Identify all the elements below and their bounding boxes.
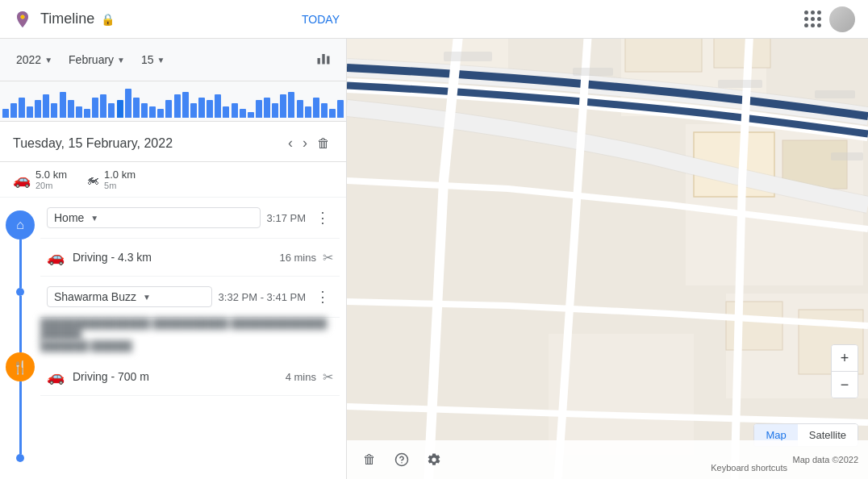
activity-bar-4[interactable] <box>35 85 42 118</box>
home-place-name: Home <box>54 211 84 224</box>
lock-icon: 🔒 <box>101 13 115 26</box>
activity-bar-3[interactable] <box>26 85 33 118</box>
activity-bar-18[interactable] <box>149 85 156 118</box>
activity-bar-5[interactable] <box>43 85 50 118</box>
help-icon <box>394 452 409 467</box>
activity-bar-9[interactable] <box>75 85 82 118</box>
activity-bar-40[interactable] <box>329 85 336 118</box>
drive-duration-1: 16 mins <box>279 252 316 264</box>
activity-bar-27[interactable] <box>223 85 230 118</box>
svg-rect-20 <box>831 152 863 160</box>
next-day-button[interactable]: › <box>299 131 311 155</box>
map-settings-button[interactable] <box>421 447 447 473</box>
activity-bar-10[interactable] <box>83 85 90 118</box>
year-dropdown[interactable]: 2022 ▼ <box>10 50 59 69</box>
month-value: February <box>69 53 114 66</box>
shawarma-address-line2: ███████ ██████ <box>40 340 340 352</box>
activity-bar-13[interactable] <box>108 85 115 118</box>
timeline-track: ⌂ 🍴 <box>0 198 40 462</box>
svg-rect-17 <box>573 68 613 76</box>
today-button[interactable]: TODAY <box>295 6 346 32</box>
activity-bar-25[interactable] <box>207 85 214 118</box>
activity-bar-21[interactable] <box>173 85 181 118</box>
activity-bar-23[interactable] <box>190 85 197 118</box>
home-dropdown-arrow: ▼ <box>90 214 98 223</box>
activity-bar-41[interactable] <box>337 85 344 118</box>
drive-duration-2: 4 mins <box>286 371 316 383</box>
car-stat-text: 5.0 km 20m <box>35 169 67 190</box>
activity-bar-6[interactable] <box>51 85 58 118</box>
activity-bar-26[interactable] <box>215 85 222 118</box>
maps-logo-icon <box>13 10 32 29</box>
activity-bar-37[interactable] <box>304 85 311 118</box>
activity-bar-33[interactable] <box>272 85 279 118</box>
timeline-items-column: Home ▼ 3:17 PM ⋮ 🚗 Driving - 4.3 km 16 m… <box>40 198 346 462</box>
activity-bar-35[interactable] <box>288 85 295 118</box>
home-more-button[interactable]: ⋮ <box>312 206 333 230</box>
activity-bar-31[interactable] <box>255 85 262 118</box>
year-dropdown-arrow: ▼ <box>44 56 52 65</box>
activity-bar-7[interactable] <box>59 85 66 118</box>
day-navigation: ‹ › <box>285 131 311 155</box>
day-dropdown[interactable]: 15 ▼ <box>135 50 171 69</box>
activity-bar-2[interactable] <box>18 85 25 118</box>
activity-bar-34[interactable] <box>280 85 287 118</box>
activity-bar-16[interactable] <box>132 85 140 118</box>
bar-chart-icon <box>315 50 332 66</box>
drive-edit-button-2[interactable]: ✂ <box>323 369 333 385</box>
svg-point-22 <box>401 462 403 464</box>
drive-label-1: Driving - 4.3 km <box>73 251 279 264</box>
activity-bar-8[interactable] <box>67 85 74 118</box>
date-selector: 2022 ▼ February ▼ 15 ▼ <box>0 39 346 81</box>
drive-item-2: 🚗 Driving - 700 m 4 mins ✂ <box>40 358 340 396</box>
map-roads-svg <box>347 39 868 479</box>
shawarma-more-button[interactable]: ⋮ <box>312 285 333 309</box>
day-header: Tuesday, 15 February, 2022 ‹ › 🗑 <box>0 122 346 162</box>
stats-row: 🚗 5.0 km 20m 🏍 1.0 km 5m <box>0 162 346 198</box>
prev-day-button[interactable]: ‹ <box>285 131 296 155</box>
drive-dot-1 <box>16 288 24 296</box>
map-delete-button[interactable]: 🗑 <box>357 447 382 473</box>
activity-bar-24[interactable] <box>198 85 205 118</box>
activity-bar-12[interactable] <box>100 85 107 118</box>
chart-view-button[interactable] <box>311 45 336 74</box>
activity-bar-0[interactable] <box>2 85 9 118</box>
activity-bar-19[interactable] <box>157 85 165 118</box>
drive-item-1: 🚗 Driving - 4.3 km 16 mins ✂ <box>40 239 340 277</box>
activity-bar-15[interactable] <box>124 85 131 118</box>
activity-bar-38[interactable] <box>312 85 319 118</box>
svg-rect-3 <box>327 56 329 65</box>
moto-icon: 🏍 <box>86 173 99 187</box>
car-time: 20m <box>35 181 67 190</box>
activity-bar-22[interactable] <box>182 85 189 118</box>
map-help-button[interactable] <box>389 447 415 473</box>
activity-bar-20[interactable] <box>165 85 173 118</box>
day-value: 15 <box>141 53 154 66</box>
home-place-selector[interactable]: Home ▼ <box>47 207 261 228</box>
activity-bar-39[interactable] <box>320 85 328 118</box>
activity-bar-1[interactable] <box>10 85 17 118</box>
activity-bar-17[interactable] <box>140 85 148 118</box>
activity-bar-28[interactable] <box>231 85 238 118</box>
moto-time: 5m <box>104 181 136 190</box>
delete-day-button[interactable]: 🗑 <box>314 133 333 154</box>
activity-bar-14[interactable] <box>116 85 123 118</box>
month-dropdown-arrow: ▼ <box>117 56 125 65</box>
activity-bar-36[interactable] <box>296 85 303 118</box>
svg-rect-2 <box>322 54 324 65</box>
car-icon: 🚗 <box>13 171 31 189</box>
zoom-out-button[interactable]: − <box>832 372 858 398</box>
shawarma-place-selector[interactable]: Shawarma Buzz ▼ <box>47 286 212 307</box>
activity-bar-29[interactable] <box>239 85 246 118</box>
activity-bar-11[interactable] <box>92 85 99 118</box>
avatar[interactable] <box>829 6 855 32</box>
apps-icon[interactable] <box>804 10 821 27</box>
svg-point-0 <box>21 15 25 19</box>
drive-edit-button-1[interactable]: ✂ <box>323 250 333 265</box>
month-dropdown[interactable]: February ▼ <box>62 50 131 69</box>
zoom-in-button[interactable]: + <box>832 345 858 371</box>
home-place-content: Home ▼ <box>47 207 261 228</box>
activity-bar-30[interactable] <box>247 85 254 118</box>
car-stat: 🚗 5.0 km 20m <box>13 169 67 190</box>
activity-bar-32[interactable] <box>264 85 271 118</box>
